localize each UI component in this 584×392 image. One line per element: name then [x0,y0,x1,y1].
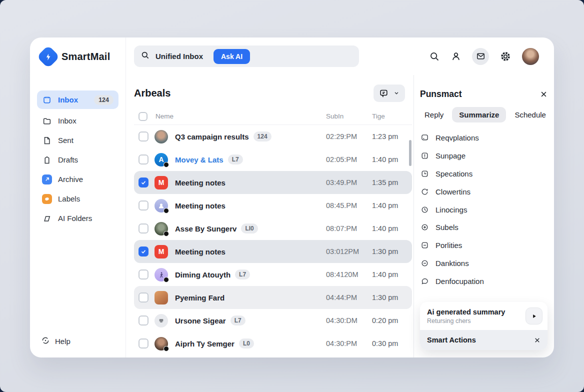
email-row-highlighted[interactable]: Pyeming Fard 04:44:PM 1:30 pm [134,286,412,309]
email-row-selected[interactable]: M Meeting notes 03:012PM 1:30 pm [134,240,412,263]
row-badge: L7 [230,316,246,326]
smart-actions-label: Smart Actions [427,336,476,344]
sidebar-item-label: AI Folders [58,214,92,222]
sender-avatar [154,337,168,350]
row-checkbox[interactable] [138,316,148,326]
action-label: Denfocupation [436,277,484,286]
action-item[interactable]: Reqvplations [420,129,548,147]
sender-avatar-person [154,199,168,212]
email-row[interactable]: Asse By Sungerv LI0 08:07:PM 1:40 pm [134,217,412,240]
square-clock-icon [420,169,429,178]
row-checkbox[interactable] [138,270,148,280]
email-subject: Pyeming Fard [175,294,224,302]
email-subject: Movey & Lats [175,156,224,164]
row-time2: 1:40 pm [372,156,405,164]
email-row-selected[interactable]: M Meeting notes 03:49.PM 1:35 pm [134,171,412,194]
select-all-checkbox[interactable] [138,112,148,121]
row-checkbox-checked[interactable] [138,178,148,188]
close-icon[interactable] [540,90,548,98]
action-item[interactable]: Sunpage [420,147,548,165]
tab-summarize[interactable]: Summarize [452,107,506,122]
search-bar[interactable]: Unified Inbox Ask AI [134,46,359,67]
sidebar-item-sent[interactable]: Sent [37,130,118,150]
row-checkbox[interactable] [138,338,148,348]
row-checkbox-checked[interactable] [138,246,148,256]
email-row[interactable]: Ursone Sigear L7 04:30:DM 0:20 pm [134,309,412,332]
status-dot [164,231,169,236]
sidebar: SmartMail Inbox 124 Inbox Sent [30,38,126,358]
row-time: 03:49.PM [326,178,372,186]
action-item[interactable]: Subels [420,218,548,236]
column-header-subin: SubIn [326,112,372,120]
ask-ai-button[interactable]: Ask AI [214,49,250,64]
row-time2: 1:30 pm [372,248,405,256]
gmail-icon: M [154,176,168,190]
sidebar-item-drafts[interactable]: Drafts [37,150,118,170]
close-icon[interactable] [534,337,540,344]
action-label: Sunpage [436,152,466,160]
action-item[interactable]: Linocings [420,200,548,218]
topbar: Unified Inbox Ask AI [126,38,554,75]
chevron-down-icon [394,90,400,96]
row-time2: 1:23 pm [372,132,405,140]
mail-icon[interactable] [472,48,489,65]
inbox-icon [42,95,52,105]
row-badge: LI0 [241,224,258,234]
email-row[interactable]: A Movey & Lats L7 02:05:PM 1:40 pm [134,148,412,171]
sidebar-item-inbox-active[interactable]: Inbox 124 [37,90,118,109]
sidebar-item-ai-folders[interactable]: AI Folders [37,208,118,228]
gear-icon[interactable] [500,50,512,62]
play-button[interactable] [526,308,542,324]
help-button[interactable]: Help [41,336,70,346]
email-row[interactable]: Q3 campaign results 124 02:29:PM 1:23 pm [134,125,412,148]
row-time2: 0:20 pm [372,316,405,324]
square-info-icon [420,152,429,160]
row-checkbox[interactable] [138,224,148,234]
sidebar-item-inbox[interactable]: Inbox [37,111,118,130]
page-title: Arbeals [134,88,170,99]
tab-reply[interactable]: Reply [420,107,448,122]
user-avatar[interactable] [522,48,539,65]
action-label: Subels [436,223,458,232]
action-item[interactable]: Danktions [420,254,548,272]
row-time: 08:45.PM [326,202,372,210]
row-checkbox[interactable] [138,292,148,302]
view-toggle-button[interactable] [374,84,405,102]
smart-actions-bar[interactable]: Smart Actions [420,330,548,350]
row-time: 04:30:PM [326,340,372,348]
ai-side-panel: Punsmact Reply Summarize Schedule Reqvpl… [414,75,554,358]
email-row[interactable]: Diming Atouyth L7 08:4120M 1:40 pm [134,263,412,286]
list-scrollbar[interactable] [409,140,412,166]
tab-schedule[interactable]: Schedule [510,107,550,122]
circle-clock-icon [420,205,429,214]
gmail-icon: M [154,245,168,258]
row-checkbox[interactable] [138,154,148,164]
profile-icon[interactable] [450,51,462,62]
row-badge: L0 [239,338,254,348]
summary-title: Ai generated summary [427,308,505,316]
search-icon [140,50,150,62]
action-item[interactable]: Specations [420,165,548,183]
row-time2: 1:40 pm [372,270,405,278]
search-icon[interactable] [429,51,440,62]
email-row[interactable]: Meeting notes 08:45.PM 1:40 pm [134,194,412,217]
circle-plus-icon [420,223,429,232]
sidebar-item-label: Sent [58,136,74,144]
sidebar-item-labels[interactable]: Labels [37,189,118,208]
email-subject: Aiprh Ty Semger [175,340,234,348]
row-checkbox[interactable] [138,132,148,142]
row-checkbox[interactable] [138,200,148,210]
row-time: 04:30:DM [326,316,372,324]
row-badge: 124 [254,132,272,142]
email-row[interactable]: Aiprh Ty Semger L0 04:30:PM 0:30 pm [134,332,412,355]
action-item[interactable]: Denfocupation [420,272,548,290]
ai-folders-icon [42,214,52,224]
row-time2: 1:35 pm [372,178,405,186]
sidebar-item-archive[interactable]: Archive [37,170,118,189]
action-item[interactable]: Porlities [420,236,548,254]
sent-icon [42,136,52,146]
email-subject: Meeting notes [175,178,226,187]
row-time: 02:29:PM [326,132,372,140]
action-item[interactable]: Clowertins [420,182,548,200]
sender-avatar-lines [154,314,168,328]
